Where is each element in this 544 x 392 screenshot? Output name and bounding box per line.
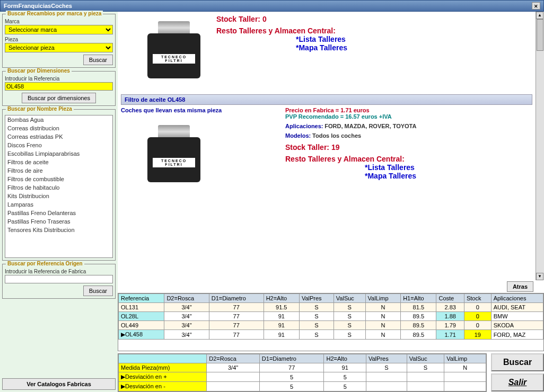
search-name-panel: Buscar por Nombre Pieza Bombas AguaCorre… bbox=[2, 109, 116, 261]
table-row[interactable]: OL4493/4"7791SSN89.51.790SKODA bbox=[119, 321, 543, 330]
sidebar: Buscar Recambios por marca y pieza Marca… bbox=[0, 12, 118, 392]
search-dimensions-panel: Buscar por Dimensiones Introducir la Ref… bbox=[2, 71, 116, 106]
scroll-down-icon[interactable]: ▼ bbox=[536, 273, 543, 280]
col-header[interactable]: H2=Alto bbox=[324, 354, 366, 363]
stock-top: Stock Taller: 0 bbox=[216, 15, 532, 23]
list-item[interactable]: Discos Freno bbox=[5, 141, 112, 149]
ver-catalogos-button[interactable]: Ver Catalogos Fabricas bbox=[2, 378, 116, 390]
window-title: FormFranquiciasCoches bbox=[4, 3, 72, 9]
ref-fabrica-label: Introducir la Referencia de Fabrica bbox=[5, 269, 113, 274]
table-row[interactable]: Medida Pieza(mm)3/4"7791SSN bbox=[119, 363, 486, 372]
pieza-label: Pieza bbox=[5, 37, 113, 42]
precio-fabrica: Precio en Fabrica = 1.71 euros bbox=[285, 107, 532, 113]
mapa-talleres-link[interactable]: *Mapa Talleres bbox=[365, 172, 532, 180]
col-header[interactable]: ValLimp bbox=[365, 294, 401, 303]
list-item[interactable]: Filtros de combustible bbox=[5, 175, 112, 183]
list-item[interactable]: Correas distribucion bbox=[5, 124, 112, 132]
resto-top: Resto Talleres y Almacen Central: bbox=[216, 26, 532, 35]
list-item[interactable]: Filtros de aceite bbox=[5, 158, 112, 166]
buscar-dim-button[interactable]: Buscar por dimensiones bbox=[22, 93, 96, 103]
atras-button[interactable]: Atras bbox=[507, 281, 533, 292]
detail-pane: TECNECOFILTRI Stock Taller: 0 Resto Tall… bbox=[118, 12, 536, 280]
col-header[interactable]: ValLimp bbox=[444, 354, 486, 363]
list-item[interactable]: Bombas Agua bbox=[5, 115, 112, 124]
product-separator: Filtro de aceite OL458 bbox=[121, 94, 532, 105]
titlebar: FormFranquiciasCoches ✕ bbox=[0, 0, 544, 12]
stock-bottom: Stock Taller: 19 bbox=[285, 143, 532, 152]
ref-label: Introducir la Referencia bbox=[5, 76, 113, 82]
panel-title: Buscar Recambios por marca y pieza bbox=[6, 11, 103, 16]
pieza-select[interactable]: Seleccionar pieza bbox=[5, 43, 113, 52]
search-parts-panel: Buscar Recambios por marca y pieza Marca… bbox=[2, 14, 116, 68]
buscar-parts-button[interactable]: Buscar bbox=[83, 55, 113, 65]
resto-bottom: Resto Talleres y Almacen Central: bbox=[285, 155, 532, 163]
modelos-value: Todos los coches bbox=[312, 132, 361, 139]
panel-title: Buscar por Nombre Pieza bbox=[6, 106, 74, 112]
col-header[interactable] bbox=[119, 354, 207, 363]
tolerance-grid[interactable]: D2=RoscaD1=DiametroH2=AltoValPresValSucV… bbox=[118, 353, 487, 392]
col-header[interactable]: ValPres bbox=[366, 354, 407, 363]
col-header[interactable]: D1=Diametro bbox=[209, 294, 264, 303]
piece-list: Bombas AguaCorreas distribucionCorreas e… bbox=[5, 115, 113, 258]
col-header[interactable]: Stock bbox=[464, 294, 491, 303]
list-item[interactable]: Filtros de habitaculo bbox=[5, 183, 112, 192]
list-item[interactable]: Kits Distribucion bbox=[5, 192, 112, 200]
pvp-recomendado: PVP Recomendado = 16.57 euros +IVA bbox=[285, 113, 532, 120]
list-item[interactable]: Pastillas Freno Delanteras bbox=[5, 209, 112, 217]
scroll-thumb[interactable] bbox=[537, 19, 543, 51]
table-row[interactable]: OL28L3/4"7791SSN89.51.880BMW bbox=[119, 312, 543, 321]
marca-select[interactable]: Seleccionar marca bbox=[5, 25, 113, 34]
apps-label: Aplicaciones: bbox=[285, 123, 323, 129]
col-header[interactable]: D2=Rosca bbox=[164, 294, 209, 303]
col-header[interactable]: H2=Alto bbox=[264, 294, 299, 303]
marca-label: Marca bbox=[5, 19, 113, 24]
lista-talleres-link[interactable]: *Lista Talleres bbox=[296, 35, 532, 43]
ref-fabrica-input[interactable] bbox=[5, 275, 113, 283]
col-header[interactable]: ValSuc bbox=[334, 294, 365, 303]
lista-talleres-link[interactable]: *Lista Talleres bbox=[365, 163, 532, 172]
ref-input[interactable] bbox=[5, 82, 113, 91]
col-header[interactable]: Aplicaciones bbox=[491, 294, 543, 303]
search-origin-panel: Buscar por Referencia Origen Introducir … bbox=[2, 264, 116, 299]
list-item[interactable]: Pastillas Freno Traseras bbox=[5, 217, 112, 226]
table-row[interactable]: OL1313/4"7791.5SSN81.52.830AUDI, SEAT bbox=[119, 303, 543, 312]
col-header[interactable]: ValPres bbox=[299, 294, 334, 303]
list-item[interactable]: Correas estriadas PK bbox=[5, 132, 112, 141]
table-row[interactable]: ▶Desviación en +55 bbox=[119, 372, 486, 382]
table-row[interactable]: ▶OL4583/4"7791SSN89.51.7119FORD, MAZ bbox=[119, 330, 543, 340]
product-image-bottom: TECNECOFILTRI bbox=[121, 119, 206, 193]
main-area: TECNECOFILTRI Stock Taller: 0 Resto Tall… bbox=[118, 12, 544, 392]
list-item[interactable]: Lamparas bbox=[5, 200, 112, 209]
mapa-talleres-link[interactable]: *Mapa Talleres bbox=[296, 43, 532, 52]
list-item[interactable]: Escobillas Limpiaparabrisas bbox=[5, 149, 112, 158]
apps-value: FORD, MAZDA, ROVER, TOYOTA bbox=[324, 123, 416, 129]
col-header[interactable]: Coste bbox=[436, 294, 464, 303]
col-header[interactable]: D1=Diametro bbox=[259, 354, 324, 363]
scroll-up-icon[interactable]: ▲ bbox=[536, 12, 543, 19]
detail-scrollbar[interactable]: ▲ ▼ bbox=[536, 12, 544, 280]
col-header[interactable]: D2=Rosca bbox=[207, 354, 260, 363]
product-image-top: TECNECOFILTRI bbox=[121, 15, 206, 89]
buscar-big-button[interactable]: Buscar bbox=[491, 353, 544, 371]
panel-title: Buscar por Referencia Origen bbox=[6, 261, 84, 266]
panel-title: Buscar por Dimensiones bbox=[6, 68, 72, 74]
salir-button[interactable]: Salir bbox=[491, 373, 544, 391]
close-button[interactable]: ✕ bbox=[532, 2, 540, 10]
buscar-origin-button[interactable]: Buscar bbox=[83, 286, 113, 296]
col-header[interactable]: H1=Alto bbox=[401, 294, 436, 303]
subtitle: Coches que llevan esta misma pieza bbox=[121, 107, 275, 113]
modelos-label: Modelos: bbox=[285, 132, 311, 139]
col-header[interactable]: Referencia bbox=[119, 294, 164, 303]
col-header[interactable]: ValSuc bbox=[407, 354, 444, 363]
list-item[interactable]: Filtros de aire bbox=[5, 166, 112, 175]
results-grid[interactable]: ReferenciaD2=RoscaD1=DiametroH2=AltoValP… bbox=[118, 293, 544, 351]
list-item[interactable]: Tensores Kits Distribucion bbox=[5, 226, 112, 234]
table-row[interactable]: ▶Desviación en -55 bbox=[119, 382, 486, 391]
